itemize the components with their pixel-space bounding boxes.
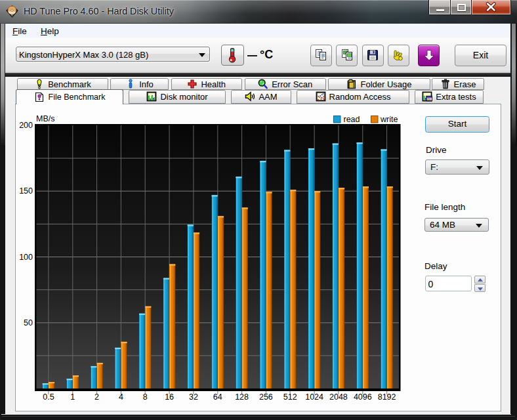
svg-text:4: 4	[119, 392, 123, 402]
svg-text:32: 32	[189, 392, 198, 402]
svg-text:write: write	[380, 115, 398, 124]
svg-text:256: 256	[259, 392, 273, 402]
svg-text:read: read	[344, 115, 360, 124]
svg-text:200: 200	[19, 121, 33, 130]
svg-text:512: 512	[283, 392, 297, 402]
svg-text:50: 50	[24, 318, 33, 327]
svg-text:150: 150	[19, 186, 33, 196]
svg-text:0.5: 0.5	[43, 392, 54, 402]
svg-text:4096: 4096	[354, 392, 372, 402]
svg-text:100: 100	[19, 253, 33, 262]
svg-text:8: 8	[143, 392, 148, 402]
svg-text:16: 16	[165, 392, 174, 402]
svg-text:64: 64	[213, 392, 222, 402]
svg-text:MB/s: MB/s	[36, 114, 54, 123]
svg-text:1: 1	[70, 392, 75, 402]
svg-text:1024: 1024	[305, 392, 323, 402]
svg-text:2: 2	[94, 392, 99, 402]
svg-text:128: 128	[235, 392, 249, 402]
svg-text:8192: 8192	[378, 392, 396, 402]
svg-text:2048: 2048	[329, 392, 348, 402]
